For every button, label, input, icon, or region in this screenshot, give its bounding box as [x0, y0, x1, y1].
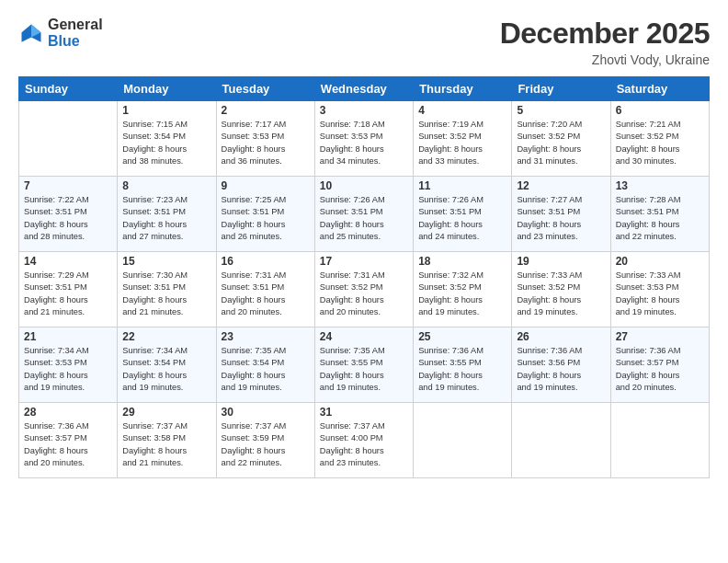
table-row: [414, 403, 512, 478]
table-row: 12Sunrise: 7:27 AMSunset: 3:51 PMDayligh…: [512, 177, 610, 252]
col-friday: Friday: [512, 77, 610, 101]
day-info: Sunrise: 7:36 AMSunset: 3:57 PMDaylight:…: [616, 345, 704, 395]
sunrise-text: Sunrise: 7:32 AM: [418, 270, 506, 282]
day-number: 21: [24, 330, 112, 343]
daylight-text: Daylight: 8 hoursand 34 minutes.: [320, 144, 408, 168]
day-number: 6: [616, 104, 704, 117]
day-number: 8: [122, 179, 210, 192]
table-row: 28Sunrise: 7:36 AMSunset: 3:57 PMDayligh…: [19, 403, 118, 478]
sunset-text: Sunset: 3:54 PM: [122, 131, 210, 143]
daylight-text: Daylight: 8 hoursand 25 minutes.: [320, 219, 408, 244]
day-number: 7: [24, 179, 112, 192]
day-info: Sunrise: 7:17 AMSunset: 3:53 PMDaylight:…: [222, 119, 310, 168]
table-row: 29Sunrise: 7:37 AMSunset: 3:58 PMDayligh…: [118, 403, 216, 478]
sunrise-text: Sunrise: 7:21 AM: [616, 119, 704, 131]
daylight-text: Daylight: 8 hoursand 20 minutes.: [222, 294, 310, 319]
col-thursday: Thursday: [414, 77, 512, 101]
sunrise-text: Sunrise: 7:19 AM: [418, 119, 506, 131]
title-block: December 2025 Zhovti Vody, Ukraine: [500, 17, 710, 67]
table-row: 15Sunrise: 7:30 AMSunset: 3:51 PMDayligh…: [118, 252, 216, 327]
sunset-text: Sunset: 3:51 PM: [24, 282, 112, 293]
day-number: 13: [616, 179, 704, 192]
day-number: 26: [517, 330, 605, 343]
day-number: 31: [320, 406, 408, 419]
table-row: 21Sunrise: 7:34 AMSunset: 3:53 PMDayligh…: [19, 327, 118, 403]
day-number: 22: [122, 330, 210, 343]
day-number: 11: [418, 179, 506, 192]
day-info: Sunrise: 7:34 AMSunset: 3:54 PMDaylight:…: [122, 345, 210, 395]
daylight-text: Daylight: 8 hoursand 38 minutes.: [122, 144, 210, 168]
sunrise-text: Sunrise: 7:36 AM: [616, 345, 704, 357]
day-info: Sunrise: 7:30 AMSunset: 3:51 PMDaylight:…: [122, 270, 210, 319]
daylight-text: Daylight: 8 hoursand 28 minutes.: [24, 219, 112, 244]
daylight-text: Daylight: 8 hoursand 22 minutes.: [616, 219, 704, 244]
daylight-text: Daylight: 8 hoursand 26 minutes.: [222, 219, 310, 244]
sunset-text: Sunset: 3:51 PM: [122, 206, 210, 218]
header: General Blue December 2025 Zhovti Vody, …: [18, 17, 710, 67]
col-sunday: Sunday: [19, 77, 118, 101]
sunrise-text: Sunrise: 7:34 AM: [24, 345, 112, 357]
sunrise-text: Sunrise: 7:23 AM: [122, 194, 210, 206]
sunset-text: Sunset: 3:53 PM: [616, 282, 704, 293]
sunrise-text: Sunrise: 7:22 AM: [24, 194, 112, 206]
daylight-text: Daylight: 8 hoursand 21 minutes.: [24, 294, 112, 319]
daylight-text: Daylight: 8 hoursand 23 minutes.: [320, 445, 408, 470]
sunset-text: Sunset: 3:56 PM: [517, 357, 605, 369]
sunset-text: Sunset: 3:57 PM: [24, 432, 112, 444]
sunrise-text: Sunrise: 7:17 AM: [222, 119, 310, 131]
table-row: 18Sunrise: 7:32 AMSunset: 3:52 PMDayligh…: [414, 252, 512, 327]
daylight-text: Daylight: 8 hoursand 19 minutes.: [418, 294, 506, 319]
daylight-text: Daylight: 8 hoursand 19 minutes.: [24, 370, 112, 395]
sunset-text: Sunset: 3:52 PM: [418, 282, 506, 293]
daylight-text: Daylight: 8 hoursand 22 minutes.: [222, 445, 310, 470]
daylight-text: Daylight: 8 hoursand 20 minutes.: [24, 445, 112, 470]
day-info: Sunrise: 7:34 AMSunset: 3:53 PMDaylight:…: [24, 345, 112, 395]
day-info: Sunrise: 7:33 AMSunset: 3:53 PMDaylight:…: [616, 270, 704, 319]
day-number: 10: [320, 179, 408, 192]
calendar-week-row: 14Sunrise: 7:29 AMSunset: 3:51 PMDayligh…: [19, 252, 710, 327]
sunrise-text: Sunrise: 7:18 AM: [320, 119, 408, 131]
table-row: 9Sunrise: 7:25 AMSunset: 3:51 PMDaylight…: [216, 177, 314, 252]
daylight-text: Daylight: 8 hoursand 24 minutes.: [418, 219, 506, 244]
sunrise-text: Sunrise: 7:35 AM: [320, 345, 408, 357]
day-number: 25: [418, 330, 506, 343]
daylight-text: Daylight: 8 hoursand 19 minutes.: [320, 370, 408, 395]
sunset-text: Sunset: 3:51 PM: [418, 206, 506, 218]
daylight-text: Daylight: 8 hoursand 19 minutes.: [517, 294, 605, 319]
sunset-text: Sunset: 3:53 PM: [222, 131, 310, 143]
table-row: 13Sunrise: 7:28 AMSunset: 3:51 PMDayligh…: [610, 177, 709, 252]
day-info: Sunrise: 7:36 AMSunset: 3:56 PMDaylight:…: [517, 345, 605, 395]
day-number: 3: [320, 104, 408, 117]
sunrise-text: Sunrise: 7:33 AM: [517, 270, 605, 282]
day-info: Sunrise: 7:32 AMSunset: 3:52 PMDaylight:…: [418, 270, 506, 319]
calendar-header-row: Sunday Monday Tuesday Wednesday Thursday…: [19, 77, 710, 101]
daylight-text: Daylight: 8 hoursand 19 minutes.: [517, 370, 605, 395]
table-row: 20Sunrise: 7:33 AMSunset: 3:53 PMDayligh…: [610, 252, 709, 327]
day-number: 28: [24, 406, 112, 419]
sunset-text: Sunset: 3:51 PM: [122, 282, 210, 293]
daylight-text: Daylight: 8 hoursand 19 minutes.: [122, 370, 210, 395]
sunset-text: Sunset: 3:54 PM: [222, 357, 310, 369]
sunrise-text: Sunrise: 7:15 AM: [122, 119, 210, 131]
daylight-text: Daylight: 8 hoursand 23 minutes.: [517, 219, 605, 244]
day-info: Sunrise: 7:35 AMSunset: 3:54 PMDaylight:…: [222, 345, 310, 395]
sunrise-text: Sunrise: 7:36 AM: [418, 345, 506, 357]
day-info: Sunrise: 7:28 AMSunset: 3:51 PMDaylight:…: [616, 194, 704, 244]
table-row: 19Sunrise: 7:33 AMSunset: 3:52 PMDayligh…: [512, 252, 610, 327]
day-number: 1: [122, 104, 210, 117]
daylight-text: Daylight: 8 hoursand 27 minutes.: [122, 219, 210, 244]
daylight-text: Daylight: 8 hoursand 36 minutes.: [222, 144, 310, 168]
sunset-text: Sunset: 3:52 PM: [418, 131, 506, 143]
sunrise-text: Sunrise: 7:31 AM: [320, 270, 408, 282]
table-row: 22Sunrise: 7:34 AMSunset: 3:54 PMDayligh…: [118, 327, 216, 403]
day-info: Sunrise: 7:23 AMSunset: 3:51 PMDaylight:…: [122, 194, 210, 244]
day-info: Sunrise: 7:36 AMSunset: 3:57 PMDaylight:…: [24, 420, 112, 470]
sunset-text: Sunset: 3:51 PM: [517, 206, 605, 218]
daylight-text: Daylight: 8 hoursand 33 minutes.: [418, 144, 506, 168]
sunset-text: Sunset: 3:58 PM: [122, 432, 210, 444]
day-number: 20: [616, 255, 704, 268]
daylight-text: Daylight: 8 hoursand 19 minutes.: [616, 294, 704, 319]
sunset-text: Sunset: 3:59 PM: [222, 432, 310, 444]
month-title: December 2025: [500, 17, 710, 51]
sunset-text: Sunset: 3:53 PM: [320, 131, 408, 143]
